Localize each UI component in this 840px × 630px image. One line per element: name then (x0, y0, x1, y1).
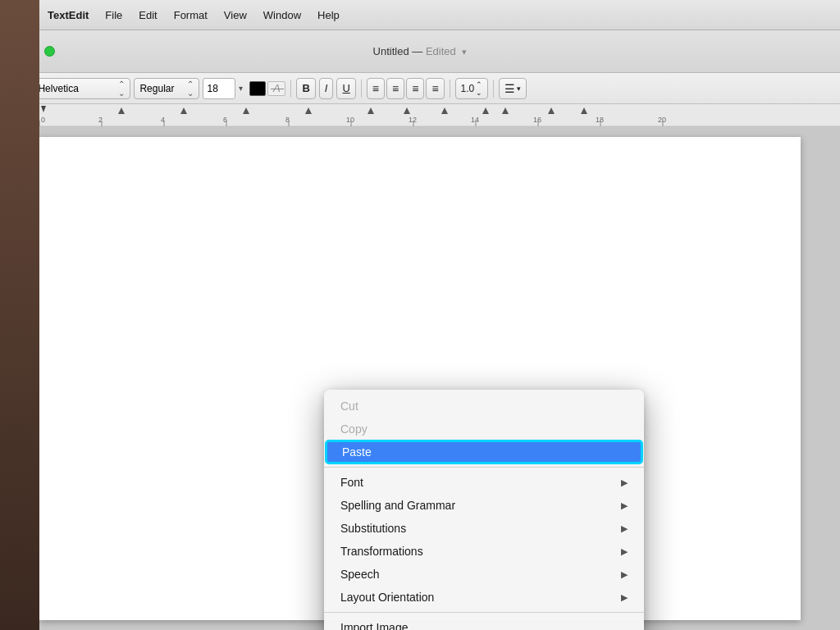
list-arrow: ▾ (517, 84, 521, 93)
cut-label: Cut (340, 399, 358, 413)
menu-file[interactable]: File (97, 6, 130, 25)
svg-text:14: 14 (471, 116, 479, 124)
context-menu: Cut Copy Paste Font ▶ Spelling and Gramm… (324, 390, 644, 630)
context-menu-cut[interactable]: Cut (324, 395, 644, 418)
line-spacing-button[interactable]: 1.0 ⌃⌄ (455, 78, 489, 99)
spacing-arrows: ⌃⌄ (476, 80, 482, 97)
ctx-separator-1 (324, 467, 644, 468)
menu-format[interactable]: Format (166, 6, 216, 25)
menubar: 🍎 TextEdit File Edit Format View Window … (0, 0, 840, 30)
toolbar-sep-4 (493, 80, 494, 98)
context-menu-transformations[interactable]: Transformations ▶ (324, 540, 644, 563)
align-justify-button[interactable]: ≡ (426, 78, 444, 99)
ruler-svg: 0 2 4 6 8 10 12 14 (39, 104, 840, 127)
transformations-submenu-arrow: ▶ (621, 546, 628, 557)
title-text: Untitled (373, 45, 409, 57)
import-image-label: Import Image (340, 621, 408, 630)
list-button[interactable]: ☰ ▾ (499, 78, 527, 99)
title-status: Edited (426, 45, 456, 57)
text-color-swatch[interactable] (249, 81, 266, 96)
bold-button[interactable]: B (296, 78, 315, 99)
italic-button[interactable]: I (319, 78, 334, 99)
font-label: Font (340, 476, 363, 489)
font-name-arrows: ⌃⌄ (118, 80, 125, 98)
list-icon: ☰ (504, 82, 515, 95)
svg-text:16: 16 (533, 116, 541, 124)
layout-submenu-arrow: ▶ (621, 592, 628, 603)
svg-rect-0 (39, 104, 840, 127)
paste-label: Paste (342, 445, 372, 459)
svg-text:18: 18 (596, 116, 604, 124)
transformations-label: Transformations (340, 545, 423, 558)
substitutions-label: Substitutions (340, 522, 406, 535)
copy-label: Copy (340, 422, 368, 436)
svg-text:12: 12 (409, 116, 417, 124)
ruler: 0 2 4 6 8 10 12 14 (0, 104, 840, 127)
title-separator: — (412, 45, 426, 57)
strikethrough-button[interactable]: A (267, 81, 285, 96)
context-menu-paste[interactable]: Paste (326, 441, 642, 463)
context-menu-copy[interactable]: Copy (324, 418, 644, 441)
title-chevron-icon: ▾ (462, 47, 467, 57)
context-menu-speech[interactable]: Speech ▶ (324, 563, 644, 586)
menu-textedit[interactable]: TextEdit (39, 6, 97, 25)
font-style-arrows: ⌃⌄ (187, 80, 194, 98)
window-title: Untitled — Edited ▾ (373, 45, 468, 57)
toolbar: ¶ ▾ Helvetica ⌃⌄ Regular ⌃⌄ 18 ▾ A B I U… (0, 73, 840, 104)
font-name-select[interactable]: Helvetica ⌃⌄ (32, 78, 130, 99)
align-center-button[interactable]: ≡ (386, 78, 404, 99)
svg-text:10: 10 (346, 116, 354, 124)
context-menu-import-image[interactable]: Import Image (324, 616, 644, 630)
menu-help[interactable]: Help (309, 6, 348, 25)
svg-text:0: 0 (41, 116, 45, 124)
font-name-label: Helvetica (38, 83, 78, 94)
document-area: Cut Copy Paste Font ▶ Spelling and Gramm… (0, 127, 840, 630)
menu-edit[interactable]: Edit (130, 6, 165, 25)
svg-text:20: 20 (658, 116, 666, 124)
ruler-inner: 0 2 4 6 8 10 12 14 (39, 104, 840, 126)
layout-label: Layout Orientation (340, 591, 434, 604)
context-menu-layout[interactable]: Layout Orientation ▶ (324, 586, 644, 609)
align-group: ≡ ≡ ≡ ≡ (367, 78, 445, 99)
sidebar-strip (0, 0, 39, 630)
speech-submenu-arrow: ▶ (621, 569, 628, 580)
menu-view[interactable]: View (216, 6, 255, 25)
font-style-select[interactable]: Regular ⌃⌄ (134, 78, 199, 99)
spelling-label: Spelling and Grammar (340, 499, 455, 512)
toolbar-sep-2 (361, 80, 362, 98)
line-spacing-value: 1.0 (461, 83, 475, 94)
main-window: 🍎 TextEdit File Edit Format View Window … (0, 0, 840, 630)
font-size-dropdown-arrow[interactable]: ▾ (239, 84, 243, 93)
spelling-submenu-arrow: ▶ (621, 500, 628, 511)
substitutions-submenu-arrow: ▶ (621, 523, 628, 534)
align-left-button[interactable]: ≡ (367, 78, 385, 99)
context-menu-substitutions[interactable]: Substitutions ▶ (324, 517, 644, 540)
context-menu-font[interactable]: Font ▶ (324, 471, 644, 494)
maximize-button[interactable] (44, 46, 55, 57)
titlebar: Untitled — Edited ▾ (0, 30, 840, 73)
toolbar-sep-3 (450, 80, 450, 98)
align-right-button[interactable]: ≡ (406, 78, 424, 99)
context-menu-spelling[interactable]: Spelling and Grammar ▶ (324, 494, 644, 517)
underline-button[interactable]: U (336, 78, 355, 99)
font-size-input[interactable]: 18 (203, 78, 235, 99)
speech-label: Speech (340, 568, 379, 581)
ctx-separator-2 (324, 612, 644, 613)
font-submenu-arrow: ▶ (621, 477, 628, 488)
menu-window[interactable]: Window (255, 6, 309, 25)
font-size-value: 18 (207, 83, 217, 94)
toolbar-sep-1 (290, 80, 291, 98)
font-style-label: Regular (139, 83, 174, 94)
